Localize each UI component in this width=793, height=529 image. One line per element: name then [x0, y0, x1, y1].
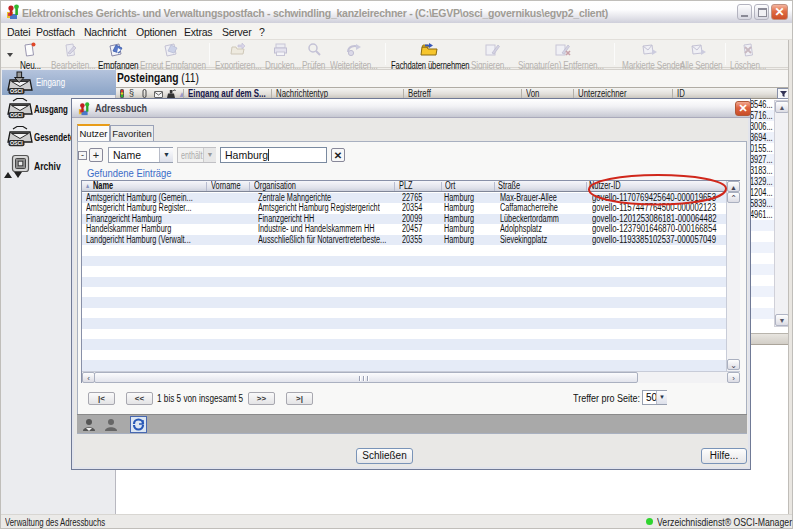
- svg-text:OSCI: OSCI: [10, 112, 23, 118]
- svg-text:OSCI: OSCI: [10, 88, 23, 94]
- svg-text:OSCI: OSCI: [10, 140, 23, 146]
